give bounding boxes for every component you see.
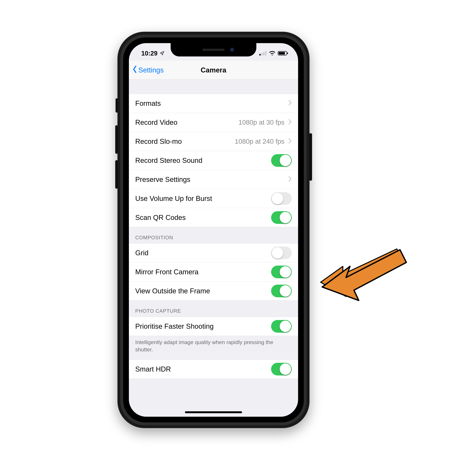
front-camera xyxy=(230,48,234,52)
chevron-right-icon xyxy=(288,138,292,145)
battery-icon xyxy=(278,51,288,56)
row-mirror-front-camera: Mirror Front Camera xyxy=(129,262,298,282)
row-label: Preserve Settings xyxy=(135,176,288,183)
back-button[interactable]: Settings xyxy=(132,66,164,75)
cellular-signal-icon xyxy=(259,51,267,55)
toggle-prioritise-faster-shooting[interactable] xyxy=(271,320,292,333)
toggle-record-stereo-sound[interactable] xyxy=(271,154,292,167)
svg-marker-7 xyxy=(321,249,403,297)
row-view-outside-frame: View Outside the Frame xyxy=(129,282,298,300)
status-time: 10:29 xyxy=(141,50,157,57)
svg-rect-5 xyxy=(279,52,285,55)
back-label: Settings xyxy=(138,66,164,74)
volume-down-button xyxy=(115,160,118,189)
row-value: 1080p at 240 fps xyxy=(235,138,284,145)
notch xyxy=(171,43,256,56)
row-label: Mirror Front Camera xyxy=(135,268,271,276)
wifi-icon xyxy=(269,51,276,56)
row-smart-hdr: Smart HDR xyxy=(129,360,298,379)
navigation-bar: Settings Camera xyxy=(129,61,298,80)
volume-up-button xyxy=(115,125,118,154)
section-header-photo-capture: PHOTO CAPTURE xyxy=(129,300,298,317)
toggle-scan-qr-codes[interactable] xyxy=(271,211,292,224)
toggle-grid[interactable] xyxy=(271,247,292,259)
toggle-smart-hdr[interactable] xyxy=(271,363,292,375)
section-photo-capture: Prioritise Faster Shooting xyxy=(129,317,298,336)
row-preserve-settings[interactable]: Preserve Settings xyxy=(129,170,298,189)
row-label: Record Video xyxy=(135,118,238,126)
row-formats[interactable]: Formats xyxy=(129,94,298,113)
row-label: Scan QR Codes xyxy=(135,214,271,221)
chevron-right-icon xyxy=(288,176,292,183)
row-label: Grid xyxy=(135,249,271,257)
toggle-mirror-front-camera[interactable] xyxy=(271,266,292,278)
page-title: Camera xyxy=(201,66,226,74)
row-label: View Outside the Frame xyxy=(135,287,271,295)
row-record-video[interactable]: Record Video 1080p at 30 fps xyxy=(129,113,298,132)
chevron-right-icon xyxy=(288,119,292,126)
section-footer-photo-capture: Intelligently adapt image quality when r… xyxy=(129,336,298,358)
iphone-device-frame: 10:29 xyxy=(117,32,310,428)
svg-rect-3 xyxy=(265,51,266,55)
row-label: Formats xyxy=(135,99,288,107)
ring-silent-switch xyxy=(116,98,118,113)
section-composition: Grid Mirror Front Camera xyxy=(129,243,298,300)
row-prioritise-faster-shooting: Prioritise Faster Shooting xyxy=(129,317,298,336)
row-volume-up-burst: Use Volume Up for Burst xyxy=(129,189,298,208)
row-label: Use Volume Up for Burst xyxy=(135,194,271,202)
svg-rect-1 xyxy=(261,53,262,55)
row-label: Smart HDR xyxy=(135,365,271,373)
row-record-slomo[interactable]: Record Slo-mo 1080p at 240 fps xyxy=(129,132,298,151)
annotation-arrow xyxy=(314,241,410,304)
section-header-composition: COMPOSITION xyxy=(129,227,298,243)
chevron-left-icon xyxy=(132,66,137,75)
row-record-stereo-sound: Record Stereo Sound xyxy=(129,151,298,170)
settings-content[interactable]: Formats Record Video 1080p xyxy=(129,80,298,417)
chevron-right-icon xyxy=(288,100,292,107)
row-label: Prioritise Faster Shooting xyxy=(135,322,271,330)
screen: 10:29 xyxy=(129,43,298,417)
section-smart-hdr: Smart HDR xyxy=(129,360,298,379)
side-power-button xyxy=(309,133,312,181)
location-services-icon xyxy=(160,51,164,56)
row-label: Record Stereo Sound xyxy=(135,157,271,165)
toggle-view-outside-frame[interactable] xyxy=(271,285,292,297)
row-value: 1080p at 30 fps xyxy=(238,119,284,126)
home-indicator[interactable] xyxy=(185,411,242,413)
row-scan-qr-codes: Scan QR Codes xyxy=(129,208,298,227)
svg-rect-6 xyxy=(287,53,288,54)
svg-marker-10 xyxy=(322,250,406,300)
svg-rect-0 xyxy=(259,54,261,55)
section-general: Formats Record Video 1080p xyxy=(129,94,298,227)
row-label: Record Slo-mo xyxy=(135,138,235,145)
svg-rect-2 xyxy=(263,52,264,55)
toggle-volume-up-burst[interactable] xyxy=(271,192,292,205)
earpiece-speaker xyxy=(202,49,225,51)
row-grid: Grid xyxy=(129,243,298,262)
